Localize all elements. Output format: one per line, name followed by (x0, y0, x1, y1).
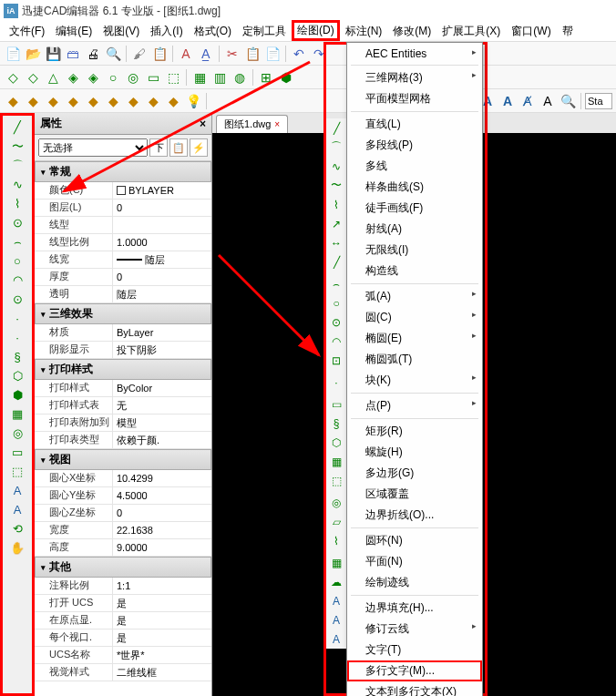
prop-value[interactable]: 22.1638 (112, 522, 211, 538)
draw-tool-7[interactable]: ○ (3, 251, 32, 271)
prop-value[interactable]: 10.4299 (112, 470, 211, 486)
copy-icon[interactable]: 📋 (243, 45, 262, 63)
undo-icon[interactable]: ↶ (290, 45, 308, 63)
draw-menu-item-5[interactable]: 直线(L) (347, 114, 482, 135)
prop-row[interactable]: 厚度0 (35, 269, 211, 286)
draw-menu-item-7[interactable]: 多线 (347, 156, 482, 177)
s11-icon[interactable]: ▥ (210, 68, 229, 87)
s7-icon[interactable]: ◎ (124, 68, 142, 87)
draw-tool-21[interactable]: ⟲ (3, 519, 32, 538)
draw-menu-item-6[interactable]: 多段线(P) (347, 135, 482, 156)
s10-icon[interactable]: ▦ (190, 68, 209, 87)
s12-icon[interactable]: ◍ (231, 68, 249, 87)
prop-row[interactable]: 阴影显示投下阴影 (35, 342, 211, 359)
audit-icon[interactable]: 📋 (150, 45, 169, 63)
prop-row[interactable]: 颜色(C)BYLAYER (35, 182, 211, 200)
menu-3[interactable]: 插入(I) (145, 22, 188, 41)
prop-value[interactable]: 依赖于颜. (112, 432, 211, 448)
tab-close-icon[interactable]: × (274, 119, 280, 129)
bulb-icon[interactable]: 💡 (184, 92, 202, 110)
s14-icon[interactable]: ⬢ (277, 68, 295, 87)
prop-value[interactable]: 二维线框 (112, 664, 211, 681)
menu-4[interactable]: 格式(O) (189, 22, 237, 41)
pdf-icon[interactable]: A (177, 45, 195, 63)
prop-value[interactable]: 0 (112, 269, 211, 285)
draw-menu-item-30[interactable]: 绘制迹线 (347, 572, 482, 593)
draw-menu-item-36[interactable]: 文本到多行文本(X) (347, 681, 482, 696)
text-icon[interactable]: A̲ (197, 45, 215, 63)
draw-menu-item-18[interactable]: 块(K) (347, 370, 482, 391)
draw-tool-13[interactable]: ⬡ (3, 366, 32, 385)
prop-row[interactable]: 材质ByLayer (35, 324, 211, 342)
draw-menu-item-16[interactable]: 椭圆(E) (347, 328, 482, 349)
menu-0[interactable]: 文件(F) (4, 22, 50, 41)
document-tab[interactable]: 图纸1.dwg × (216, 115, 288, 133)
prop-value[interactable]: 是 (112, 629, 211, 646)
draw-menu-item-9[interactable]: 徒手画线(F) (347, 198, 482, 219)
draw-tool-6[interactable]: ⌢ (3, 232, 32, 251)
draw-tool-4[interactable]: ⌇ (3, 194, 32, 213)
draw-menu-item-25[interactable]: 区域覆盖 (347, 484, 482, 505)
menu-8[interactable]: 修改(M) (387, 22, 436, 41)
prop-row[interactable]: 在原点显.是 (35, 612, 211, 629)
m8-icon[interactable]: ◆ (144, 92, 162, 110)
prop-value[interactable]: 随层 (112, 251, 211, 268)
draw-menu-item-32[interactable]: 边界填充(H)... (347, 598, 482, 619)
menu-7[interactable]: 标注(N) (340, 22, 388, 41)
draw-tool-10[interactable]: · (3, 309, 32, 328)
menu-1[interactable]: 编辑(E) (50, 22, 98, 41)
prop-value[interactable]: BYLAYER (112, 182, 211, 199)
prop-value[interactable]: ByColor (112, 380, 211, 396)
draw-tool-0[interactable]: ╱ (3, 118, 32, 137)
draw-menu-item-14[interactable]: 弧(A) (347, 286, 482, 307)
draw-tool-9[interactable]: ⊙ (3, 290, 32, 309)
m9-icon[interactable]: ◆ (164, 92, 182, 110)
draw-tool-17[interactable]: ▭ (3, 443, 32, 462)
prop-row[interactable]: 线型比例1.0000 (35, 234, 211, 251)
draw-tool-12[interactable]: § (3, 347, 32, 366)
menu-6[interactable]: 绘图(D) (292, 20, 340, 41)
draw-tool-5[interactable]: ⊙ (3, 213, 32, 232)
prop-row[interactable]: 视觉样式二维线框 (35, 664, 211, 681)
s1-icon[interactable]: ◇ (4, 68, 22, 87)
draw-menu-item-17[interactable]: 椭圆弧(T) (347, 349, 482, 370)
prop-value[interactable]: 4.5000 (112, 487, 211, 504)
prop-value[interactable]: 1:1 (112, 578, 211, 594)
prop-row[interactable]: 每个视口.是 (35, 629, 211, 647)
draw-tool-20[interactable]: A (3, 500, 32, 519)
draw-menu-item-12[interactable]: 构造线 (347, 261, 482, 281)
s2-icon[interactable]: ◇ (24, 68, 42, 87)
t5-icon[interactable]: 🔍 (559, 92, 577, 110)
draw-menu-item-8[interactable]: 样条曲线(S) (347, 177, 482, 198)
search-input[interactable] (585, 93, 612, 109)
prop-value[interactable]: 随层 (112, 286, 211, 302)
prop-value[interactable]: ByLayer (112, 324, 211, 341)
draw-menu-item-22[interactable]: 矩形(R) (347, 421, 482, 442)
prop-group-header[interactable]: 视图 (35, 449, 211, 470)
prop-value[interactable]: 0 (112, 505, 211, 521)
menu-10[interactable]: 窗口(W) (506, 22, 556, 41)
copyfmt-icon[interactable]: 🖌 (130, 45, 149, 63)
prop-value[interactable]: 无 (112, 397, 211, 414)
draw-tool-19[interactable]: A (3, 481, 32, 500)
m6-icon[interactable]: ◆ (104, 92, 122, 110)
prop-row[interactable]: 宽度22.1638 (35, 522, 211, 539)
draw-tool-11[interactable]: · (3, 328, 32, 347)
prop-value[interactable]: 0 (112, 200, 211, 216)
m1-icon[interactable]: ◆ (4, 92, 22, 110)
prop-row[interactable]: 线型 (35, 217, 211, 234)
draw-tool-8[interactable]: ◠ (3, 271, 32, 290)
new-icon[interactable]: 📄 (4, 45, 22, 63)
prop-value[interactable]: 是 (112, 612, 211, 629)
t4-icon[interactable]: A (539, 92, 557, 110)
preview-icon[interactable]: 🔍 (104, 45, 122, 63)
m3-icon[interactable]: ◆ (44, 92, 62, 110)
prop-row[interactable]: 打印样式表无 (35, 397, 211, 415)
prop-value[interactable]: 1.0000 (112, 234, 211, 251)
draw-menu-item-29[interactable]: 平面(N) (347, 551, 482, 572)
menu-9[interactable]: 扩展工具(X) (436, 22, 506, 41)
prop-row[interactable]: 透明随层 (35, 286, 211, 303)
prop-row[interactable]: 打印表类型依赖于颜. (35, 432, 211, 449)
prop-row[interactable]: 打印样式ByColor (35, 380, 211, 397)
prop-group-header[interactable]: 三维效果 (35, 303, 211, 324)
